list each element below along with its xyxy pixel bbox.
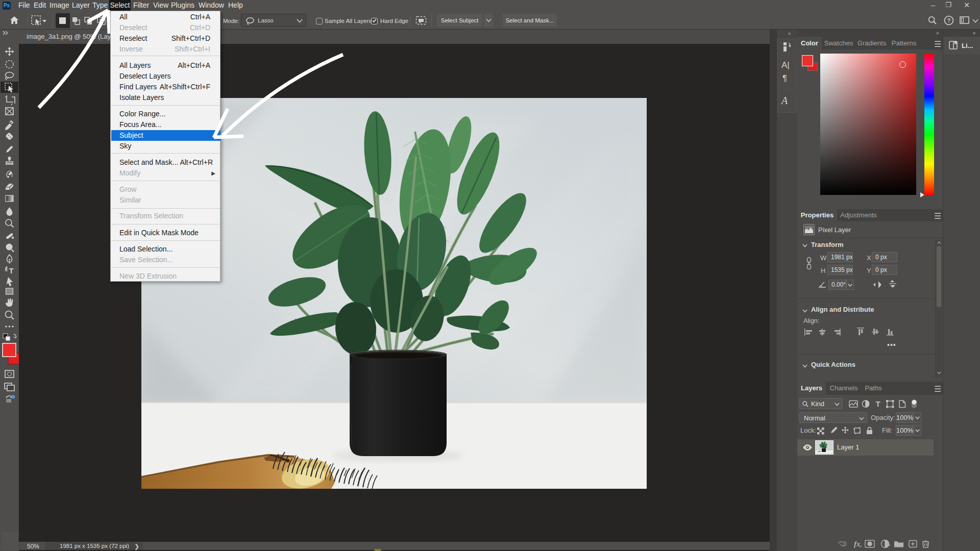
svg-text:T: T [875,399,880,408]
svg-text:?: ? [947,17,951,23]
svg-text:fx: fx [854,540,861,548]
svg-text:T: T [9,266,13,275]
